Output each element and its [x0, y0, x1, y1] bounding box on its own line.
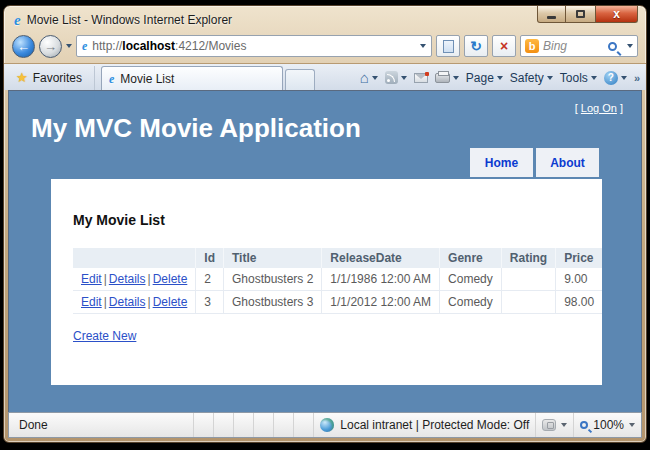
- back-button[interactable]: ←: [12, 35, 35, 58]
- feeds-button[interactable]: [385, 71, 407, 84]
- status-cell: [233, 413, 253, 437]
- feeds-dropdown-icon: [401, 76, 407, 80]
- action-separator: |: [148, 295, 151, 309]
- cell-release-date: 1/1/2012 12:00 AM: [322, 291, 440, 314]
- action-separator: |: [104, 295, 107, 309]
- cell-title: Ghostbusters 2: [223, 268, 321, 291]
- zoom-level: 100%: [593, 418, 624, 432]
- favorites-button[interactable]: ★ Favorites: [10, 66, 95, 90]
- zoom-magnifier-icon: [580, 421, 588, 429]
- cell-price: 9.00: [556, 268, 603, 291]
- log-on-link[interactable]: Log On: [581, 102, 617, 114]
- status-bar: Done Local intranet | Protected Mode: Of…: [8, 412, 642, 438]
- new-tab-button[interactable]: [285, 69, 315, 90]
- history-dropdown-icon[interactable]: [66, 44, 72, 48]
- tabs-bar: ★ Favorites e Movie List ⌂ Page Safety T…: [4, 63, 646, 90]
- minimize-button[interactable]: [537, 6, 566, 23]
- status-cell: [193, 413, 213, 437]
- zoom-control[interactable]: 100%: [573, 413, 641, 437]
- nav-about-tab[interactable]: About: [536, 148, 599, 177]
- address-dropdown-icon[interactable]: [420, 44, 426, 48]
- globe-icon: [320, 418, 334, 432]
- status-cell: [253, 413, 273, 437]
- cell-title: Ghostbusters 3: [223, 291, 321, 314]
- compatibility-page-icon: [443, 40, 454, 53]
- delete-link[interactable]: Delete: [153, 295, 188, 309]
- search-placeholder: Bing: [543, 39, 604, 53]
- maximize-icon: [576, 10, 585, 18]
- nav-home-tab[interactable]: Home: [470, 148, 533, 177]
- compatibility-view-button[interactable]: [436, 35, 460, 57]
- print-button[interactable]: [435, 73, 459, 83]
- app-title: My MVC Movie Application: [31, 113, 361, 144]
- tools-menu[interactable]: Tools: [560, 71, 597, 85]
- back-arrow-icon: ←: [17, 39, 30, 54]
- tab-favicon-icon: e: [109, 73, 114, 85]
- home-icon: ⌂: [360, 70, 369, 85]
- page-menu-label: Page: [466, 71, 494, 85]
- stop-button[interactable]: ×: [492, 35, 516, 57]
- site-menu: Home About: [470, 148, 599, 177]
- print-dropdown-icon: [453, 76, 459, 80]
- safety-menu[interactable]: Safety: [510, 71, 553, 85]
- edit-link[interactable]: Edit: [81, 295, 102, 309]
- home-button[interactable]: ⌂: [360, 70, 378, 85]
- details-link[interactable]: Details: [109, 295, 146, 309]
- minimize-icon: [547, 16, 556, 19]
- home-dropdown-icon: [372, 76, 378, 80]
- cell-rating: [501, 268, 555, 291]
- url-host: localhost: [122, 39, 175, 53]
- content-panel: My Movie List Id Title ReleaseDate Genre…: [51, 179, 602, 385]
- address-bar[interactable]: e http://localhost:4212/Movies: [76, 35, 432, 57]
- zoom-dropdown-icon: [629, 423, 635, 427]
- header-id: Id: [196, 248, 224, 268]
- help-button[interactable]: ?: [604, 71, 627, 85]
- printer-icon: [435, 73, 450, 83]
- maximize-button[interactable]: [566, 6, 595, 23]
- cell-id: 3: [196, 291, 224, 314]
- header-title: Title: [223, 248, 321, 268]
- header-genre: Genre: [440, 248, 502, 268]
- row-actions: Edit|Details|Delete: [73, 268, 196, 291]
- create-new-link[interactable]: Create New: [73, 329, 136, 343]
- search-box[interactable]: b Bing: [520, 35, 638, 57]
- page-heading: My Movie List: [73, 212, 580, 228]
- refresh-icon: ↻: [470, 39, 482, 53]
- table-row: Edit|Details|Delete 2 Ghostbusters 2 1/1…: [73, 268, 602, 291]
- table-header-row: Id Title ReleaseDate Genre Rating Price: [73, 248, 602, 268]
- safety-menu-caret-icon: [547, 76, 553, 80]
- search-dropdown-icon[interactable]: [627, 44, 633, 48]
- status-cell: [273, 413, 293, 437]
- status-cell: [293, 413, 313, 437]
- close-icon: x: [613, 8, 620, 20]
- page-menu[interactable]: Page: [466, 71, 503, 85]
- help-dropdown-icon: [621, 76, 627, 80]
- cell-genre: Comedy: [440, 291, 502, 314]
- row-actions: Edit|Details|Delete: [73, 291, 196, 314]
- filter-dropdown-icon: [561, 423, 567, 427]
- cell-price: 98.00: [556, 291, 603, 314]
- forward-button[interactable]: →: [39, 35, 62, 58]
- page-favicon-icon: e: [82, 40, 87, 52]
- inprivate-filter-button[interactable]: [535, 413, 573, 437]
- edit-link[interactable]: Edit: [81, 272, 102, 286]
- tab-movie-list[interactable]: e Movie List: [101, 66, 283, 90]
- logon-area: [Log On]: [575, 102, 623, 114]
- favorites-label: Favorites: [33, 71, 82, 85]
- rss-feed-icon: [385, 71, 398, 84]
- cell-release-date: 1/1/1986 12:00 AM: [322, 268, 440, 291]
- tab-label: Movie List: [120, 72, 174, 86]
- ie-logo-icon: e: [14, 13, 21, 28]
- status-text: Done: [9, 418, 193, 432]
- details-link[interactable]: Details: [109, 272, 146, 286]
- title-bar[interactable]: e Movie List - Windows Internet Explorer…: [4, 6, 646, 32]
- page-menu-caret-icon: [497, 76, 503, 80]
- search-icon[interactable]: [608, 42, 617, 51]
- toolbar-overflow-icon[interactable]: »: [634, 72, 640, 84]
- refresh-button[interactable]: ↻: [464, 35, 488, 57]
- cell-genre: Comedy: [440, 268, 502, 291]
- close-button[interactable]: x: [595, 6, 638, 23]
- tools-menu-label: Tools: [560, 71, 588, 85]
- read-mail-button[interactable]: [414, 73, 428, 83]
- delete-link[interactable]: Delete: [153, 272, 188, 286]
